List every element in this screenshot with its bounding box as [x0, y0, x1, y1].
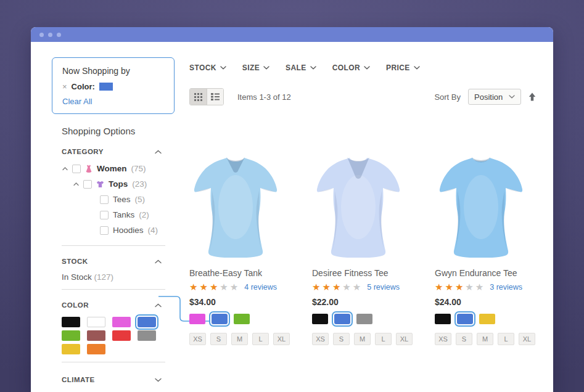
stock-filter-link[interactable]: In Stock (127): [62, 272, 165, 282]
star-icon: ★: [189, 282, 198, 292]
category-checkbox[interactable]: [83, 180, 92, 189]
star-rating: ★★★★★: [312, 282, 361, 292]
star-icon: ★: [353, 282, 361, 292]
filter-dropdown-sale[interactable]: SALE: [286, 63, 316, 72]
list-view-button[interactable]: [207, 89, 223, 105]
color-swatch-gray[interactable]: [138, 330, 156, 341]
filter-label: COLOR: [332, 63, 360, 72]
filter-dropdown-price[interactable]: PRICE: [386, 63, 420, 72]
size-chip-l[interactable]: L: [375, 333, 392, 345]
filter-dropdown-size[interactable]: SIZE: [242, 63, 269, 72]
color-swatch-green[interactable]: [62, 330, 80, 341]
size-chip-m[interactable]: M: [231, 333, 248, 345]
category-tree: Women (75) Tops (23) Tees (5): [62, 161, 165, 238]
size-chip-s[interactable]: S: [333, 333, 350, 345]
product-swatch-black[interactable]: [312, 314, 328, 324]
product-swatch-blue-selected[interactable]: [457, 314, 473, 324]
category-count: (4): [148, 226, 158, 235]
color-swatch-blue-selected[interactable]: [138, 317, 156, 327]
clear-all-link[interactable]: Clear All: [62, 97, 164, 106]
chevron-up-icon[interactable]: [73, 182, 79, 186]
product-image[interactable]: [312, 154, 405, 258]
items-count-text: Items 1-3 of 12: [237, 92, 291, 102]
product-size-row: XS S M L XL: [435, 333, 536, 345]
product-image[interactable]: [189, 154, 282, 258]
reviews-link[interactable]: 4 reviews: [244, 283, 277, 292]
product-swatch-blue-selected[interactable]: [334, 314, 350, 324]
product-swatch-gray[interactable]: [356, 314, 372, 324]
product-name-link[interactable]: Gwyn Endurance Tee: [435, 268, 536, 278]
stock-section-header[interactable]: STOCK: [62, 258, 165, 265]
color-swatch-red[interactable]: [112, 330, 131, 341]
category-checkbox[interactable]: [100, 226, 109, 235]
size-chip-l[interactable]: L: [498, 333, 514, 345]
category-checkbox[interactable]: [100, 211, 109, 219]
remove-filter-icon[interactable]: ×: [62, 82, 67, 91]
product-list-area: STOCK SIZE SALE COLOR PRICE: [189, 42, 553, 392]
size-chip-l[interactable]: L: [252, 333, 269, 345]
divider: [62, 362, 165, 362]
climate-section-label: CLIMATE: [62, 376, 95, 383]
window-control-dot[interactable]: [57, 33, 61, 37]
window-control-dot[interactable]: [39, 33, 44, 37]
window-control-dot[interactable]: [48, 33, 52, 37]
category-checkbox[interactable]: [72, 165, 81, 173]
product-image[interactable]: [435, 154, 527, 258]
reviews-link[interactable]: 5 reviews: [367, 283, 400, 292]
product-name-link[interactable]: Desiree Fitness Tee: [312, 268, 413, 278]
size-chip-xs[interactable]: XS: [435, 333, 451, 345]
product-swatch-blue-selected[interactable]: [212, 314, 228, 324]
size-chip-m[interactable]: M: [477, 333, 493, 345]
category-section-header[interactable]: CATEGORY: [62, 148, 165, 155]
climate-section-header[interactable]: CLIMATE: [62, 376, 165, 383]
star-icon: ★: [445, 282, 453, 292]
category-item-tees: Tees (5): [62, 192, 165, 207]
grid-view-button[interactable]: [190, 89, 207, 105]
sort-select[interactable]: Position: [468, 89, 521, 105]
star-icon: ★: [322, 282, 331, 292]
color-swatch-fuchsia[interactable]: [112, 317, 131, 327]
product-swatch-fuchsia[interactable]: [189, 314, 205, 324]
color-swatch-gold[interactable]: [62, 344, 80, 354]
category-link[interactable]: Hoodies: [113, 226, 144, 235]
star-icon: ★: [342, 282, 351, 292]
size-chip-s[interactable]: S: [210, 333, 227, 345]
color-section-header[interactable]: COLOR: [62, 301, 165, 309]
active-filter-row: × Color:: [62, 82, 164, 91]
size-chip-xs[interactable]: XS: [312, 333, 329, 345]
sort-direction-button[interactable]: [528, 92, 536, 101]
star-icon: ★: [455, 282, 464, 292]
category-count: (75): [131, 164, 146, 173]
chevron-down-icon: [509, 95, 515, 99]
category-link[interactable]: Tops: [109, 179, 128, 189]
color-swatch-orange[interactable]: [87, 344, 105, 354]
color-swatch-white[interactable]: [87, 317, 105, 327]
size-chip-xl[interactable]: XL: [519, 333, 535, 345]
size-chip-xl[interactable]: XL: [396, 333, 413, 345]
size-chip-s[interactable]: S: [456, 333, 472, 345]
product-price: $24.00: [435, 297, 536, 307]
product-swatch-black[interactable]: [435, 314, 451, 324]
filter-dropdown-color[interactable]: COLOR: [332, 63, 370, 72]
category-checkbox[interactable]: [100, 195, 109, 204]
color-swatch-maroon[interactable]: [87, 330, 105, 341]
view-mode-toggle: [189, 88, 224, 105]
arrow-up-icon: [528, 92, 536, 101]
color-swatch-grid: [62, 317, 165, 354]
color-swatch-black[interactable]: [62, 317, 80, 327]
category-link[interactable]: Tees: [113, 195, 131, 204]
size-chip-xl[interactable]: XL: [273, 333, 290, 345]
reviews-link[interactable]: 3 reviews: [490, 283, 522, 292]
category-link[interactable]: Tanks: [113, 210, 134, 219]
product-swatch-gold[interactable]: [479, 314, 495, 324]
size-chip-xs[interactable]: XS: [189, 333, 206, 345]
product-swatch-green[interactable]: [234, 314, 250, 324]
chevron-up-icon[interactable]: [62, 167, 68, 171]
category-item-tops: Tops (23): [62, 176, 165, 192]
category-link[interactable]: Women: [97, 164, 127, 173]
size-chip-m[interactable]: M: [354, 333, 371, 345]
filter-dropdown-stock[interactable]: STOCK: [189, 63, 226, 72]
star-icon: ★: [312, 282, 321, 292]
product-name-link[interactable]: Breathe-Easy Tank: [189, 268, 290, 278]
category-item-women: Women (75): [62, 161, 165, 176]
